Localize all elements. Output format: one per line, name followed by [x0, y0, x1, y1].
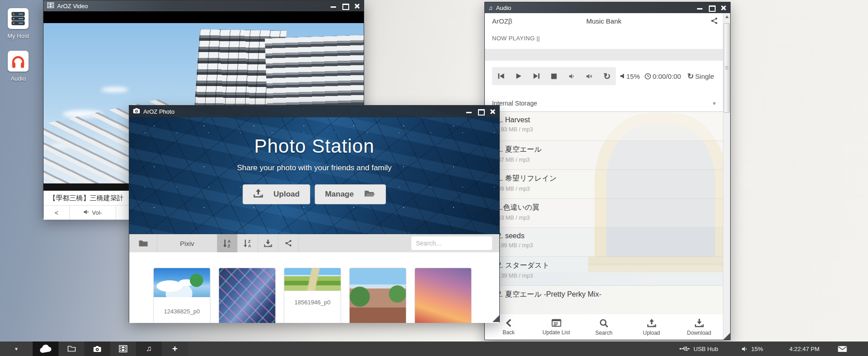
- track-row[interactable]: 02. 夏空エール -Pretty Perky Mix-: [485, 286, 723, 315]
- close-icon[interactable]: [489, 109, 496, 114]
- folder-icon: [67, 345, 76, 352]
- video-back-button[interactable]: <: [44, 206, 70, 220]
- svg-text:Z: Z: [228, 244, 230, 248]
- volume-down-button[interactable]: Vol-: [70, 206, 116, 220]
- minimize-icon[interactable]: [697, 5, 703, 10]
- folder-button[interactable]: [129, 234, 157, 252]
- share-icon[interactable]: [710, 17, 718, 27]
- track-row[interactable]: 01.色違いの翼 9.63 MB / mp3: [485, 199, 723, 228]
- resize-handle[interactable]: [493, 315, 499, 322]
- list-icon: [551, 318, 561, 327]
- taskbar-cloud-button[interactable]: [33, 342, 59, 356]
- track-row[interactable]: 01. Harvest 10.93 MB / mp3: [485, 112, 723, 141]
- music-bank-title: Music Bank: [485, 17, 723, 25]
- usb-icon: [679, 346, 690, 352]
- close-icon[interactable]: [354, 3, 360, 9]
- update-list-button[interactable]: Update List: [532, 314, 580, 340]
- film-icon: [119, 345, 127, 352]
- download-button[interactable]: [258, 234, 278, 252]
- search-box[interactable]: [411, 236, 492, 250]
- maximize-icon[interactable]: [478, 109, 484, 114]
- usb-hub-tray-item[interactable]: USB Hub: [679, 346, 718, 352]
- download-button[interactable]: Download: [675, 314, 723, 340]
- refresh-icon[interactable]: ↻: [598, 67, 616, 85]
- volume-readout: 15%: [620, 72, 640, 80]
- close-icon[interactable]: [720, 5, 727, 10]
- sort-az-icon: AZ: [222, 238, 232, 248]
- volume-tray-item[interactable]: 15%: [741, 346, 763, 352]
- upload-icon: [647, 318, 657, 328]
- taskbar-music-button[interactable]: ♫: [136, 342, 162, 356]
- upload-button[interactable]: Upload: [243, 184, 310, 204]
- upload-button[interactable]: Upload: [628, 314, 675, 340]
- desktop-icon-audio[interactable]: Audio: [0, 51, 36, 82]
- previous-track-button[interactable]: [492, 67, 510, 85]
- minimize-icon[interactable]: [330, 3, 336, 9]
- photo-card[interactable]: [349, 268, 406, 323]
- audio-bottom-nav: Back Update List Search Upload Download: [485, 314, 723, 340]
- svg-text:A: A: [248, 244, 251, 248]
- sort-az-button[interactable]: AZ: [217, 234, 238, 252]
- time-readout: 0:00/0:00: [644, 72, 681, 80]
- taskbar-add-button[interactable]: +: [162, 342, 188, 356]
- scrollbar[interactable]: [723, 13, 730, 340]
- stop-button[interactable]: [545, 67, 563, 85]
- server-icon: [8, 8, 29, 29]
- track-row[interactable]: 01. 夏空エール 9.37 MB / mp3: [485, 141, 723, 170]
- photo-window-titlebar[interactable]: ArOZ Photo: [129, 106, 499, 117]
- video-caption: 【學都三橋】三橋建築計: [49, 194, 124, 202]
- desktop-icon-my-host[interactable]: My Host: [0, 8, 36, 39]
- seek-bar[interactable]: [485, 49, 723, 61]
- resize-handle[interactable]: [723, 333, 730, 340]
- storage-select[interactable]: Internal Storage ▼: [485, 95, 723, 112]
- minimize-icon[interactable]: [466, 109, 472, 114]
- manage-button[interactable]: Manage: [315, 184, 386, 204]
- sort-za-button[interactable]: ZA: [238, 234, 258, 252]
- track-row[interactable]: 02. seeds 12.99 MB / mp3: [485, 228, 723, 257]
- scrollbar-thumb[interactable]: [724, 23, 730, 113]
- chevron-down-icon: ▼: [712, 101, 717, 106]
- play-button[interactable]: [510, 67, 527, 85]
- next-track-button[interactable]: [527, 67, 545, 85]
- search-input[interactable]: [416, 240, 498, 247]
- maximize-icon[interactable]: [342, 3, 348, 9]
- video-window-titlebar[interactable]: ArOZ Video: [44, 0, 364, 11]
- scrollbar-up-arrow[interactable]: [723, 13, 730, 20]
- video-window-title: ArOZ Video: [57, 3, 88, 10]
- plus-icon: +: [172, 344, 178, 353]
- photo-thumbnail: [415, 268, 471, 323]
- taskbar-files-button[interactable]: [59, 342, 84, 356]
- search-button[interactable]: Search: [580, 314, 628, 340]
- volume-down-icon-button[interactable]: [563, 67, 580, 85]
- taskbar-video-button[interactable]: [110, 342, 136, 356]
- speaker-icon: [741, 346, 748, 352]
- music-note-icon: ♫: [146, 344, 152, 353]
- taskbar-photo-button[interactable]: [84, 342, 110, 356]
- track-row[interactable]: 01. 希望リフレイン 9.09 MB / mp3: [485, 170, 723, 199]
- taskbar-menu-caret[interactable]: ▼: [0, 342, 33, 356]
- audio-window-titlebar[interactable]: ♫ Audio: [485, 2, 730, 13]
- photo-card[interactable]: 12436825_p0: [153, 268, 210, 323]
- photo-card[interactable]: 18561946_p0: [284, 268, 341, 323]
- share-button[interactable]: [278, 234, 299, 252]
- volume-up-icon-button[interactable]: [580, 67, 598, 85]
- photo-card[interactable]: [219, 268, 276, 323]
- photo-thumbnail: [284, 268, 341, 291]
- photo-card[interactable]: [414, 268, 472, 323]
- player-controls: ↻ 15% 0:00/0:00 ↻ Single: [492, 67, 723, 85]
- photo-window-title: ArOZ Photo: [143, 108, 175, 115]
- loop-mode[interactable]: ↻ Single: [688, 72, 714, 81]
- maximize-icon[interactable]: [708, 5, 715, 10]
- track-row[interactable]: 02. スターダスト 12.39 MB / mp3: [485, 257, 723, 286]
- audio-window: ♫ Audio ArOZβ Music Bank NOW PLAYING ||: [484, 2, 731, 340]
- page-title: Photo Station: [129, 135, 499, 157]
- album-name-label: Pixiv: [157, 234, 217, 252]
- folder-open-icon: [364, 189, 375, 200]
- now-playing-label: NOW PLAYING ||: [492, 35, 723, 42]
- photo-thumbnail: [219, 268, 275, 323]
- mail-tray-item[interactable]: [838, 346, 847, 352]
- search-icon: [599, 318, 609, 328]
- clock-tray-item[interactable]: 4:22:47 PM: [790, 346, 820, 352]
- playlist: 01. Harvest 10.93 MB / mp3 01. 夏空エール 9.3…: [485, 112, 723, 315]
- desktop-icon-label: Audio: [0, 75, 36, 82]
